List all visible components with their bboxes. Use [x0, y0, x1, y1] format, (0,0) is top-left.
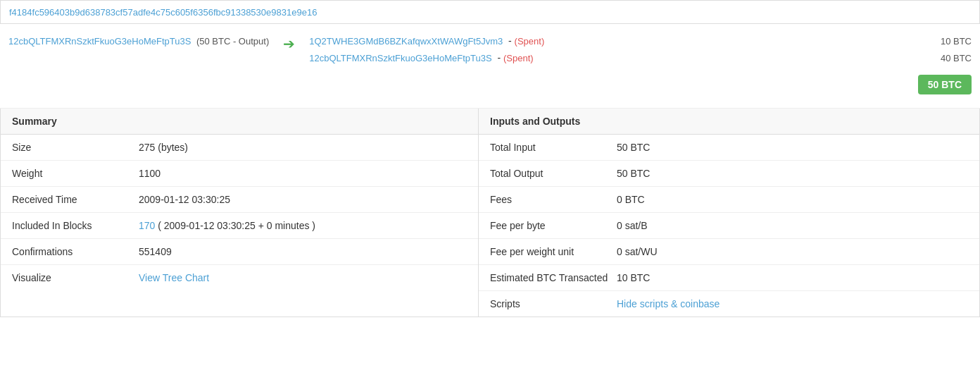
summary-row-received-time: Received Time 2009-01-12 03:30:25: [1, 187, 478, 213]
outputs-side: 1Q2TWHE3GMdB6BZKafqwxXtWAWgFt5Jvm3 - (Sp…: [309, 35, 972, 94]
inputs-side: 12cbQLTFMXRnSzktFkuoG3eHoMeFtpTu3S (50 B…: [8, 35, 269, 47]
fees-value: 0 BTC: [617, 194, 968, 205]
scripts-value: Hide scripts & coinbase: [617, 298, 968, 309]
total-output-label: Total Output: [490, 168, 617, 179]
estimated-btc-label: Estimated BTC Transacted: [490, 272, 617, 283]
io-row-total-input: Total Input 50 BTC: [479, 135, 979, 161]
confirmations-value: 551409: [139, 246, 467, 257]
inputs-outputs-section: Inputs and Outputs Total Input 50 BTC To…: [479, 109, 980, 317]
summary-row-visualize: Visualize View Tree Chart: [1, 265, 478, 290]
confirmations-label: Confirmations: [12, 246, 139, 257]
io-row-estimated-btc: Estimated BTC Transacted 10 BTC: [479, 265, 979, 291]
received-time-value: 2009-01-12 03:30:25: [139, 194, 467, 205]
input-address[interactable]: 12cbQLTFMXRnSzktFkuoG3eHoMeFtpTu3S: [8, 36, 191, 47]
hide-scripts-link[interactable]: Hide scripts & coinbase: [617, 298, 720, 309]
output-row-1-left: 1Q2TWHE3GMdB6BZKafqwxXtWAWgFt5Jvm3 - (Sp…: [309, 35, 544, 47]
summary-row-size: Size 275 (bytes): [1, 135, 478, 161]
block-number-link[interactable]: 170: [139, 220, 155, 231]
fee-per-byte-label: Fee per byte: [490, 220, 617, 231]
fee-per-byte-value: 0 sat/B: [617, 220, 968, 231]
fee-per-weight-label: Fee per weight unit: [490, 246, 617, 257]
io-row-total-output: Total Output 50 BTC: [479, 161, 979, 187]
total-input-label: Total Input: [490, 142, 617, 153]
output-address-1[interactable]: 1Q2TWHE3GMdB6BZKafqwxXtWAWgFt5Jvm3: [309, 36, 503, 47]
received-time-label: Received Time: [12, 194, 139, 205]
weight-label: Weight: [12, 168, 139, 179]
two-col-section: Summary Size 275 (bytes) Weight 1100 Rec…: [0, 109, 980, 317]
visualize-label: Visualize: [12, 272, 139, 283]
input-meta: (50 BTC - Output): [194, 36, 269, 47]
arrow-container: ➔: [269, 35, 309, 51]
tx-hash[interactable]: f4184fc596403b9d638783cf57adfe4c75c605f6…: [9, 7, 317, 18]
summary-row-weight: Weight 1100: [1, 161, 478, 187]
io-row-scripts: Scripts Hide scripts & coinbase: [479, 291, 979, 317]
arrow-right-icon: ➔: [283, 37, 295, 51]
summary-row-confirmations: Confirmations 551409: [1, 239, 478, 265]
summary-row-blocks: Included In Blocks 170 ( 2009-01-12 03:3…: [1, 213, 478, 239]
io-row-fees: Fees 0 BTC: [479, 187, 979, 213]
output-row-2-left: 12cbQLTFMXRnSzktFkuoG3eHoMeFtpTu3S - (Sp…: [309, 52, 533, 63]
output-amount-1: 10 BTC: [941, 36, 972, 47]
scripts-label: Scripts: [490, 298, 617, 309]
io-row-fee-per-weight: Fee per weight unit 0 sat/WU: [479, 239, 979, 265]
size-label: Size: [12, 142, 139, 153]
blocks-value: 170 ( 2009-01-12 03:30:25 + 0 minutes ): [139, 220, 467, 231]
weight-value: 1100: [139, 168, 467, 179]
view-tree-chart-link[interactable]: View Tree Chart: [139, 272, 209, 283]
fees-label: Fees: [490, 194, 617, 205]
fee-per-weight-value: 0 sat/WU: [617, 246, 968, 257]
total-output-value: 50 BTC: [617, 168, 968, 179]
io-header: Inputs and Outputs: [479, 109, 979, 135]
io-flow-section: 12cbQLTFMXRnSzktFkuoG3eHoMeFtpTu3S (50 B…: [0, 24, 980, 109]
blocks-label: Included In Blocks: [12, 220, 139, 231]
output-address-2[interactable]: 12cbQLTFMXRnSzktFkuoG3eHoMeFtpTu3S: [309, 53, 491, 63]
summary-section: Summary Size 275 (bytes) Weight 1100 Rec…: [0, 109, 479, 317]
size-value: 275 (bytes): [139, 142, 467, 153]
output-row-2: 12cbQLTFMXRnSzktFkuoG3eHoMeFtpTu3S - (Sp…: [309, 52, 972, 63]
output-amount-2: 40 BTC: [941, 53, 972, 63]
total-badge: 50 BTC: [918, 75, 972, 94]
tx-hash-bar: f4184fc596403b9d638783cf57adfe4c75c605f6…: [0, 0, 980, 24]
output-row-1: 1Q2TWHE3GMdB6BZKafqwxXtWAWgFt5Jvm3 - (Sp…: [309, 35, 972, 47]
visualize-value: View Tree Chart: [139, 272, 467, 283]
total-input-value: 50 BTC: [617, 142, 968, 153]
summary-header: Summary: [1, 109, 478, 135]
io-row-fee-per-byte: Fee per byte 0 sat/B: [479, 213, 979, 239]
estimated-btc-value: 10 BTC: [617, 272, 968, 283]
